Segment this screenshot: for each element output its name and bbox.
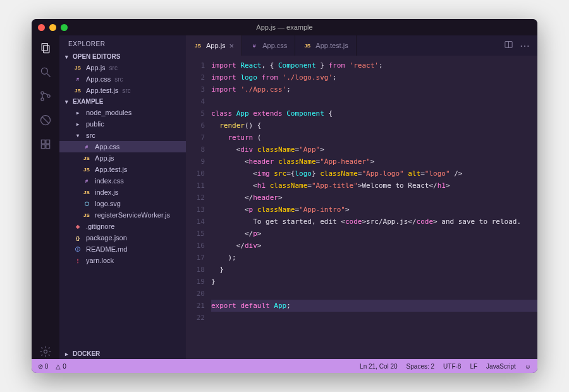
chevron-down-icon: ▾ (63, 54, 70, 60)
code-content[interactable]: import React, { Component } from 'react'… (211, 56, 537, 359)
file-icon: JS (303, 41, 312, 50)
folder-item[interactable]: ▸node_modules (59, 107, 186, 118)
file-item[interactable]: JSApp.js (59, 152, 186, 164)
file-item[interactable]: JSApp.test.js (59, 164, 186, 175)
settings-gear-icon[interactable] (38, 344, 53, 359)
file-icon: JS (73, 63, 82, 72)
file-icon: ⬡ (82, 199, 91, 208)
file-item[interactable]: #App.css (59, 141, 186, 152)
eol-status[interactable]: LF (470, 363, 477, 370)
svg-line-3 (47, 74, 51, 77)
tab-bar: JSApp.js×#App.cssJSApp.test.js ⋯ (186, 35, 537, 56)
status-bar: ⊘ 0 △ 0 Ln 21, Col 20 Spaces: 2 UTF-8 LF… (32, 359, 537, 373)
close-tab-icon[interactable]: × (229, 41, 235, 51)
svg-line-8 (42, 117, 49, 123)
svg-rect-12 (46, 145, 50, 149)
file-icon: JS (82, 154, 91, 162)
line-numbers: 12345678910111213141516171819202122 (186, 56, 211, 359)
folder-item[interactable]: ▾src (59, 130, 186, 141)
svg-rect-11 (41, 145, 45, 149)
editor-window: App.js — example EXPLORER ▾ OPEN EDITORS… (32, 19, 537, 373)
folder-icon: ▸ (73, 119, 82, 128)
editor-tab[interactable]: #App.css (242, 35, 295, 56)
file-item[interactable]: {}package.json (59, 232, 186, 243)
file-icon: # (73, 75, 82, 83)
encoding-status[interactable]: UTF-8 (443, 363, 461, 370)
close-window-button[interactable] (38, 24, 45, 31)
svg-rect-0 (42, 44, 47, 51)
svg-point-4 (41, 92, 44, 94)
folder-item[interactable]: ▸public (59, 118, 186, 130)
file-icon: JS (82, 188, 91, 197)
svg-point-2 (41, 68, 47, 74)
file-icon: JS (82, 211, 91, 219)
folder-icon: ▸ (73, 108, 82, 117)
editor-tab[interactable]: JSApp.js× (186, 35, 242, 56)
svg-rect-1 (44, 46, 49, 53)
file-icon: JS (193, 41, 202, 50)
window-title: App.js — example (256, 23, 312, 31)
split-editor-icon[interactable] (504, 40, 513, 52)
minimize-window-button[interactable] (49, 24, 56, 31)
source-control-icon[interactable] (38, 89, 53, 104)
file-icon: # (82, 142, 91, 151)
svg-point-5 (41, 98, 44, 101)
svg-point-13 (44, 350, 47, 353)
svg-point-6 (47, 95, 50, 97)
file-icon: # (82, 176, 91, 185)
feedback-smiley-icon[interactable]: ☺ (525, 363, 531, 370)
folder-icon: ▾ (73, 131, 82, 140)
code-editor[interactable]: 12345678910111213141516171819202122 impo… (186, 56, 537, 359)
titlebar: App.js — example (32, 19, 537, 35)
open-editor-item[interactable]: JSApp.test.js src (59, 85, 186, 96)
editor-tab[interactable]: JSApp.test.js (295, 35, 356, 56)
file-item[interactable]: ⬡logo.svg (59, 198, 186, 209)
svg-rect-9 (41, 140, 45, 144)
search-icon[interactable] (38, 64, 53, 80)
traffic-lights (38, 24, 68, 31)
file-item[interactable]: JSregisterServiceWorker.js (59, 209, 186, 221)
file-icon: ⋮ (73, 256, 82, 265)
file-item[interactable]: ⓘREADME.md (59, 243, 186, 255)
chevron-right-icon: ▸ (63, 351, 70, 357)
activity-bar (32, 35, 59, 359)
file-icon: JS (73, 86, 82, 95)
editor-area: JSApp.js×#App.cssJSApp.test.js ⋯ 1234567… (186, 35, 537, 359)
open-editors-header[interactable]: ▾ OPEN EDITORS (59, 51, 186, 62)
project-header[interactable]: ▾ EXAMPLE (59, 96, 186, 107)
open-editor-item[interactable]: JSApp.js src (59, 62, 186, 73)
docker-header[interactable]: ▸ DOCKER (59, 348, 186, 359)
file-item[interactable]: ◆.gitignore (59, 221, 186, 232)
sidebar-title: EXPLORER (59, 35, 186, 51)
open-editor-item[interactable]: #App.css src (59, 73, 186, 85)
svg-rect-10 (46, 140, 50, 144)
indentation-status[interactable]: Spaces: 2 (407, 363, 434, 370)
debug-icon[interactable] (38, 113, 53, 128)
more-icon[interactable]: ⋯ (520, 40, 530, 52)
chevron-down-icon: ▾ (63, 99, 70, 105)
file-icon: {} (73, 233, 82, 242)
file-icon: JS (82, 165, 91, 174)
warnings-status[interactable]: △ 0 (56, 363, 66, 370)
errors-status[interactable]: ⊘ 0 (38, 363, 48, 370)
file-icon: # (250, 41, 259, 50)
sidebar: EXPLORER ▾ OPEN EDITORS JSApp.js src#App… (59, 35, 186, 359)
file-item[interactable]: JSindex.js (59, 187, 186, 198)
file-item[interactable]: ⋮yarn.lock (59, 255, 186, 266)
maximize-window-button[interactable] (61, 24, 68, 31)
cursor-position[interactable]: Ln 21, Col 20 (360, 363, 398, 370)
extensions-icon[interactable] (38, 137, 53, 152)
file-icon: ◆ (73, 222, 82, 231)
explorer-icon[interactable] (38, 40, 53, 56)
file-item[interactable]: #index.css (59, 175, 186, 187)
file-icon: ⓘ (73, 245, 82, 254)
language-status[interactable]: JavaScript (486, 363, 516, 370)
